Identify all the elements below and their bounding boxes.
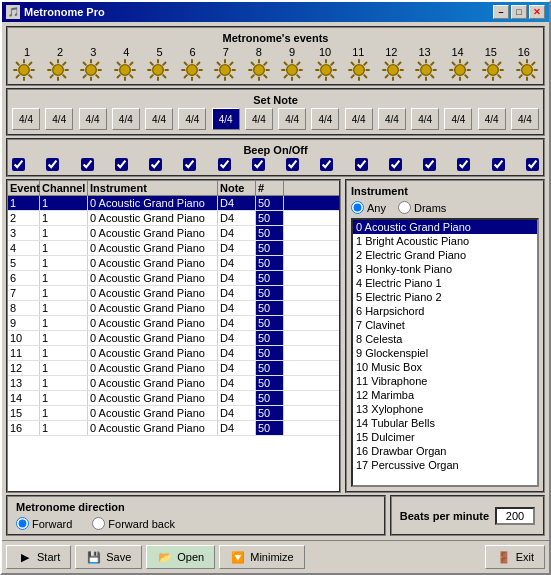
table-row[interactable]: 14 1 0 Acoustic Grand Piano D4 50 <box>8 391 339 406</box>
list-item[interactable]: 14 Tubular Bells <box>353 416 537 430</box>
list-item[interactable]: 1 Bright Acoustic Piano <box>353 234 537 248</box>
fraction-btn-9[interactable]: 4/4 <box>278 108 306 130</box>
table-row[interactable]: 4 1 0 Acoustic Grand Piano D4 50 <box>8 241 339 256</box>
table-row[interactable]: 8 1 0 Acoustic Grand Piano D4 50 <box>8 301 339 316</box>
list-item[interactable]: 7 Clavinet <box>353 318 537 332</box>
radio-any[interactable] <box>351 201 364 214</box>
radio-any-label[interactable]: Any <box>351 201 386 214</box>
table-row[interactable]: 3 1 0 Acoustic Grand Piano D4 50 <box>8 226 339 241</box>
fraction-btn-16[interactable]: 4/4 <box>511 108 539 130</box>
table-row[interactable]: 6 1 0 Acoustic Grand Piano D4 50 <box>8 271 339 286</box>
beat-icon-8[interactable] <box>247 60 271 80</box>
beep-check-9[interactable] <box>286 158 299 171</box>
beep-check-8[interactable] <box>252 158 265 171</box>
radio-forward-label[interactable]: Forward <box>16 517 72 530</box>
fraction-btn-4[interactable]: 4/4 <box>112 108 140 130</box>
beat-icon-16[interactable] <box>515 60 539 80</box>
beep-check-15[interactable] <box>492 158 505 171</box>
beat-icon-3[interactable] <box>79 60 103 80</box>
table-row[interactable]: 13 1 0 Acoustic Grand Piano D4 50 <box>8 376 339 391</box>
beep-check-5[interactable] <box>149 158 162 171</box>
beat-icon-5[interactable] <box>146 60 170 80</box>
close-window-button[interactable]: ✕ <box>529 5 545 19</box>
fraction-btn-10[interactable]: 4/4 <box>311 108 339 130</box>
table-row[interactable]: 7 1 0 Acoustic Grand Piano D4 50 <box>8 286 339 301</box>
table-row[interactable]: 10 1 0 Acoustic Grand Piano D4 50 <box>8 331 339 346</box>
beat-icon-9[interactable] <box>280 60 304 80</box>
beep-check-2[interactable] <box>46 158 59 171</box>
beat-icon-15[interactable] <box>481 60 505 80</box>
list-item[interactable]: 9 Glockenspiel <box>353 346 537 360</box>
minimize-button[interactable]: 🔽 Minimize <box>219 545 304 569</box>
beep-check-6[interactable] <box>183 158 196 171</box>
beep-check-3[interactable] <box>81 158 94 171</box>
minimize-window-button[interactable]: – <box>493 5 509 19</box>
list-item[interactable]: 5 Electric Piano 2 <box>353 290 537 304</box>
radio-forward[interactable] <box>16 517 29 530</box>
table-row[interactable]: 11 1 0 Acoustic Grand Piano D4 50 <box>8 346 339 361</box>
beep-check-4[interactable] <box>115 158 128 171</box>
beat-icon-7[interactable] <box>213 60 237 80</box>
radio-forward-back[interactable] <box>92 517 105 530</box>
beat-icon-14[interactable] <box>448 60 472 80</box>
fraction-btn-5[interactable]: 4/4 <box>145 108 173 130</box>
list-item[interactable]: 3 Honky-tonk Piano <box>353 262 537 276</box>
beep-check-16[interactable] <box>526 158 539 171</box>
list-item[interactable]: 2 Electric Grand Piano <box>353 248 537 262</box>
table-row[interactable]: 1 1 0 Acoustic Grand Piano D4 50 <box>8 196 339 211</box>
radio-drams-label[interactable]: Drams <box>398 201 446 214</box>
beat-icon-11[interactable] <box>347 60 371 80</box>
fraction-btn-12[interactable]: 4/4 <box>378 108 406 130</box>
beat-icon-13[interactable] <box>414 60 438 80</box>
fraction-btn-7[interactable]: 4/4 <box>212 108 240 130</box>
exit-button[interactable]: 🚪 Exit <box>485 545 545 569</box>
list-item[interactable]: 8 Celesta <box>353 332 537 346</box>
bpm-input[interactable] <box>495 507 535 525</box>
list-item[interactable]: 12 Marimba <box>353 388 537 402</box>
beat-icon-6[interactable] <box>180 60 204 80</box>
fraction-btn-13[interactable]: 4/4 <box>411 108 439 130</box>
beep-check-13[interactable] <box>423 158 436 171</box>
list-item[interactable]: 17 Percussive Organ <box>353 458 537 472</box>
list-item[interactable]: 15 Dulcimer <box>353 430 537 444</box>
radio-forward-back-label[interactable]: Forward back <box>92 517 175 530</box>
open-button[interactable]: 📂 Open <box>146 545 215 569</box>
beep-check-12[interactable] <box>389 158 402 171</box>
start-button[interactable]: ▶ Start <box>6 545 71 569</box>
beat-icon-1[interactable] <box>12 60 36 80</box>
table-row[interactable]: 15 1 0 Acoustic Grand Piano D4 50 <box>8 406 339 421</box>
beat-icon-2[interactable] <box>46 60 70 80</box>
beep-check-7[interactable] <box>218 158 231 171</box>
beat-icon-10[interactable] <box>314 60 338 80</box>
list-item[interactable]: 13 Xylophone <box>353 402 537 416</box>
fraction-btn-8[interactable]: 4/4 <box>245 108 273 130</box>
beep-check-14[interactable] <box>457 158 470 171</box>
radio-drams[interactable] <box>398 201 411 214</box>
beep-check-10[interactable] <box>320 158 333 171</box>
fraction-btn-2[interactable]: 4/4 <box>45 108 73 130</box>
beat-icon-4[interactable] <box>113 60 137 80</box>
list-item[interactable]: 16 Drawbar Organ <box>353 444 537 458</box>
list-item[interactable]: 6 Harpsichord <box>353 304 537 318</box>
table-row[interactable]: 2 1 0 Acoustic Grand Piano D4 50 <box>8 211 339 226</box>
fraction-btn-14[interactable]: 4/4 <box>444 108 472 130</box>
table-row[interactable]: 9 1 0 Acoustic Grand Piano D4 50 <box>8 316 339 331</box>
list-item[interactable]: 11 Vibraphone <box>353 374 537 388</box>
list-item[interactable]: 4 Electric Piano 1 <box>353 276 537 290</box>
save-button[interactable]: 💾 Save <box>75 545 142 569</box>
fraction-btn-3[interactable]: 4/4 <box>79 108 107 130</box>
beep-check-1[interactable] <box>12 158 25 171</box>
table-row[interactable]: 16 1 0 Acoustic Grand Piano D4 50 <box>8 421 339 436</box>
fraction-btn-1[interactable]: 4/4 <box>12 108 40 130</box>
table-row[interactable]: 12 1 0 Acoustic Grand Piano D4 50 <box>8 361 339 376</box>
beep-check-11[interactable] <box>355 158 368 171</box>
fraction-btn-6[interactable]: 4/4 <box>178 108 206 130</box>
fraction-btn-15[interactable]: 4/4 <box>478 108 506 130</box>
beat-icon-12[interactable] <box>381 60 405 80</box>
maximize-window-button[interactable]: □ <box>511 5 527 19</box>
list-item[interactable]: 0 Acoustic Grand Piano <box>353 220 537 234</box>
list-item[interactable]: 10 Music Box <box>353 360 537 374</box>
instrument-list[interactable]: 0 Acoustic Grand Piano1 Bright Acoustic … <box>351 218 539 487</box>
fraction-btn-11[interactable]: 4/4 <box>345 108 373 130</box>
table-row[interactable]: 5 1 0 Acoustic Grand Piano D4 50 <box>8 256 339 271</box>
